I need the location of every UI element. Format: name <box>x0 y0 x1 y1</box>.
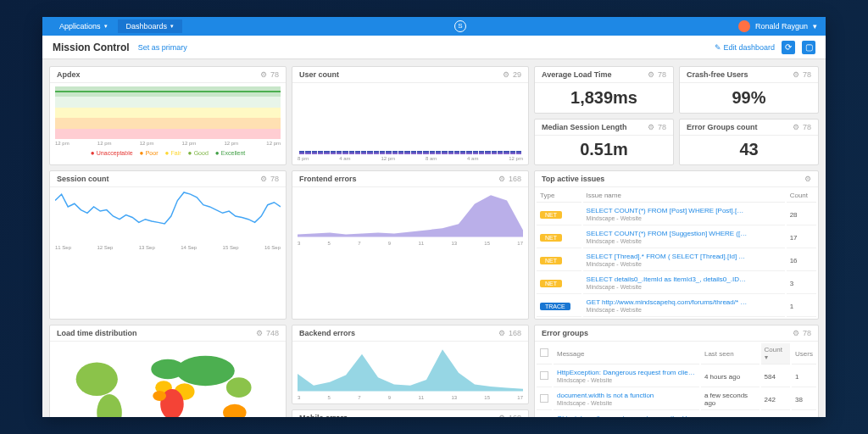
card-title: Top active issues <box>542 175 604 183</box>
topnav: Applications Dashboards <box>51 19 182 33</box>
card-session-length: Median Session Length⚙78 0.51m <box>534 119 674 166</box>
titlebar: Mission Control Set as primary ✎ Edit da… <box>42 36 826 59</box>
error-link[interactable]: Object doesn't support property or metho… <box>557 415 696 417</box>
gear-icon[interactable]: ⚙ <box>804 175 811 183</box>
issue-link[interactable]: GET http://www.mindscapehq.com/forums/th… <box>587 298 748 306</box>
type-badge: NET <box>540 257 562 264</box>
card-session-count: Session count⚙78 11 Sep12 Sep13 Sep14 Se… <box>49 170 287 320</box>
card-title: Median Session Length <box>542 123 627 131</box>
gear-icon[interactable]: ⚙ <box>793 329 799 337</box>
gear-icon[interactable]: ⚙ <box>498 414 505 417</box>
world-map <box>55 345 281 417</box>
card-avg-load-time: Average Load Time⚙78 1,839ms <box>534 66 674 114</box>
topbar-center: S <box>182 20 738 32</box>
gear-icon[interactable]: ⚙ <box>260 70 267 79</box>
settings-icon[interactable]: ▢ <box>802 41 815 54</box>
card-error-groups-count: Error Groups count⚙78 43 <box>679 119 819 166</box>
svg-point-8 <box>153 391 166 401</box>
set-primary-link[interactable]: Set as primary <box>138 43 187 52</box>
nav-dashboards[interactable]: Dashboards <box>118 19 183 33</box>
chevron-down-icon: ▾ <box>813 22 817 31</box>
app-window: Applications Dashboards S Ronald Raygun … <box>42 17 826 417</box>
gear-icon[interactable]: ⚙ <box>498 329 505 337</box>
gear-icon[interactable]: ⚙ <box>648 70 654 79</box>
card-title: Backend errors <box>299 329 355 337</box>
type-badge: NET <box>540 280 562 287</box>
type-badge: NET <box>540 211 562 219</box>
edit-dashboard-button[interactable]: ✎ Edit dashboard <box>715 43 775 52</box>
card-crash-free: Crash-free Users⚙78 99% <box>679 66 819 114</box>
issues-table: Type Issue name Count NETSELECT COUNT(*)… <box>535 187 818 319</box>
gear-icon[interactable]: ⚙ <box>498 175 505 183</box>
backend-chart <box>298 345 523 392</box>
svg-point-1 <box>76 363 118 396</box>
card-title: Error groups <box>542 329 588 337</box>
card-title: Error Groups count <box>687 123 758 131</box>
issue-link[interactable]: SELECT COUNT(*) FROM [Suggestion] WHERE … <box>587 230 748 237</box>
card-frontend-errors: Frontend errors⚙168 357911131517 <box>292 170 529 320</box>
card-title: Session count <box>57 175 109 183</box>
metric-value: 99% <box>732 88 765 108</box>
card-title: Frontend errors <box>299 175 357 183</box>
svg-point-9 <box>223 404 247 417</box>
gear-icon[interactable]: ⚙ <box>503 70 509 79</box>
svg-marker-0 <box>298 195 523 236</box>
usercount-chart <box>298 86 523 154</box>
metric-value: 1,839ms <box>570 88 637 108</box>
table-row[interactable]: TRACEGET http://www.mindscapehq.com/foru… <box>537 296 816 317</box>
user-name: Ronald Raygun <box>755 22 808 31</box>
issue-link[interactable]: SELECT COUNT(*) FROM [Post] WHERE [Post]… <box>587 207 748 214</box>
table-row[interactable]: Object doesn't support property or metho… <box>537 412 816 417</box>
nav-applications[interactable]: Applications <box>51 19 116 33</box>
checkbox-all[interactable] <box>540 348 548 357</box>
card-title: Load time distribution <box>57 329 137 337</box>
type-badge: TRACE <box>540 303 570 310</box>
error-link[interactable]: document.width is not a function <box>557 392 696 399</box>
apdex-chart <box>55 86 281 139</box>
card-top-issues: Top active issues⚙ Type Issue name Count… <box>534 170 819 320</box>
card-apdex: Apdex⚙78 12 pm12 pm12 pm12 pm12 pm12 pm … <box>49 66 287 165</box>
table-row[interactable]: NETSELECT COUNT(*) FROM [Suggestion] WHE… <box>537 227 816 248</box>
card-title: User count <box>299 70 339 79</box>
table-row[interactable]: NETSELECT [Thread].* FROM ( SELECT [Thre… <box>537 250 816 271</box>
table-row[interactable]: document.width is not a functionMindscap… <box>537 389 816 410</box>
card-title: Crash-free Users <box>687 70 748 79</box>
gear-icon[interactable]: ⚙ <box>260 175 267 183</box>
table-row[interactable]: NETSELECT details0_.ItemId as ItemId3_, … <box>537 273 816 294</box>
table-row[interactable]: HttpException: Dangerous request from cl… <box>537 366 816 387</box>
errors-table: Message Last seen Count ▾ Users HttpExce… <box>535 342 818 417</box>
gear-icon[interactable]: ⚙ <box>648 123 654 131</box>
checkbox[interactable] <box>540 394 548 403</box>
card-title: Average Load Time <box>542 70 612 79</box>
apdex-legend: Unacceptable Poor Fair Good Excellent <box>55 149 281 157</box>
logo-icon: S <box>454 20 466 32</box>
metric-value: 0.51m <box>580 140 628 159</box>
refresh-icon[interactable]: ⟳ <box>782 41 795 54</box>
dashboard-grid: Apdex⚙78 12 pm12 pm12 pm12 pm12 pm12 pm … <box>42 59 826 417</box>
metric-value: 43 <box>739 140 758 159</box>
checkbox[interactable] <box>540 371 548 380</box>
table-row[interactable]: NETSELECT COUNT(*) FROM [Post] WHERE [Po… <box>537 204 816 225</box>
user-menu[interactable]: Ronald Raygun ▾ <box>738 20 817 32</box>
card-error-groups: Error groups⚙78 Message Last seen Count … <box>534 325 819 417</box>
card-backend-errors: Backend errors⚙168 357911131517 <box>292 325 529 404</box>
svg-point-2 <box>97 394 122 417</box>
topbar: Applications Dashboards S Ronald Raygun … <box>42 17 826 36</box>
svg-marker-11 <box>298 349 523 391</box>
error-link[interactable]: HttpException: Dangerous request from cl… <box>557 369 696 376</box>
frontend-chart <box>298 191 523 237</box>
issue-link[interactable]: SELECT [Thread].* FROM ( SELECT [Thread]… <box>587 253 748 260</box>
gear-icon[interactable]: ⚙ <box>256 329 263 337</box>
svg-point-10 <box>226 377 252 398</box>
card-title: Apdex <box>57 70 81 79</box>
card-title: Mobile errors <box>299 414 348 417</box>
card-usercount: User count⚙29 8 pm4 am12 pm8 am4 am12 pm <box>292 66 529 165</box>
card-mobile-errors: Mobile errors⚙168 357911131517 <box>292 409 529 417</box>
issue-link[interactable]: SELECT details0_.ItemId as ItemId3_, det… <box>587 275 748 283</box>
svg-point-4 <box>176 356 235 386</box>
gear-icon[interactable]: ⚙ <box>793 70 799 79</box>
gear-icon[interactable]: ⚙ <box>793 123 799 131</box>
session-chart <box>55 191 281 242</box>
avatar <box>738 20 750 32</box>
card-load-time-dist: Load time distribution⚙748 Fast Slow <box>49 325 287 417</box>
